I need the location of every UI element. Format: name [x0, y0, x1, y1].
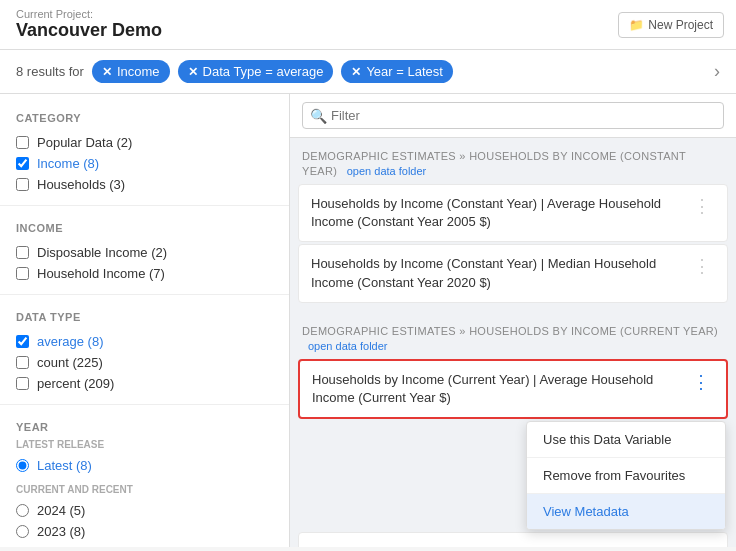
divider	[0, 294, 289, 295]
category-section-title: CATEGORY	[16, 112, 273, 124]
latest-radio[interactable]	[16, 459, 29, 472]
divider	[0, 205, 289, 206]
filter-bar: 🔍	[290, 94, 736, 138]
more-options-icon[interactable]: ⋮	[689, 255, 715, 277]
sidebar-item-percent[interactable]: percent (209)	[16, 373, 273, 394]
sidebar-item-average[interactable]: average (8)	[16, 331, 273, 352]
section-header-constant: DEMOGRAPHIC ESTIMATES » HOUSEHOLDS BY IN…	[290, 138, 736, 182]
data-item-text: Households by Income (Constant Year) | M…	[311, 255, 689, 291]
sidebar-item-disposable-income[interactable]: Disposable Income (2)	[16, 242, 273, 263]
sidebar-item-2023[interactable]: 2023 (8)	[16, 521, 273, 542]
year-chip[interactable]: ✕ Year = Latest	[341, 60, 453, 83]
income-chip[interactable]: ✕ Income	[92, 60, 170, 83]
income-checkbox[interactable]	[16, 157, 29, 170]
percent-checkbox[interactable]	[16, 377, 29, 390]
latest-release-subtitle: LATEST RELEASE	[16, 439, 273, 450]
section-header-text: DEMOGRAPHIC ESTIMATES » HOUSEHOLDS BY IN…	[302, 325, 718, 337]
filter-input[interactable]	[302, 102, 724, 129]
datatype-chip[interactable]: ✕ Data Type = average	[178, 60, 334, 83]
context-menu-remove-favourites[interactable]: Remove from Favourites	[527, 458, 725, 494]
divider	[0, 404, 289, 405]
chip-x-icon: ✕	[351, 65, 361, 79]
data-item-1[interactable]: Households by Income (Constant Year) | A…	[298, 184, 728, 242]
open-data-folder-link[interactable]: open data folder	[308, 340, 388, 352]
current-project-label: Current Project:	[16, 8, 720, 20]
search-icon: 🔍	[310, 108, 327, 124]
count-checkbox[interactable]	[16, 356, 29, 369]
sidebar-section-year: YEAR LATEST RELEASE Latest (8) CURRENT A…	[0, 411, 289, 547]
more-options-icon[interactable]: ⋮	[688, 371, 714, 393]
search-bar: 8 results for ✕ Income ✕ Data Type = ave…	[0, 50, 736, 94]
data-item-4[interactable]: Households by Income (Current Year) | Me…	[298, 532, 728, 547]
new-project-button[interactable]: 📁 New Project	[618, 12, 724, 38]
sidebar-item-households[interactable]: Households (3)	[16, 174, 273, 195]
results-count: 8 results for	[16, 64, 84, 79]
year-2023-radio[interactable]	[16, 525, 29, 538]
sidebar-section-income: INCOME Disposable Income (2) Household I…	[0, 212, 289, 288]
sidebar-item-income[interactable]: Income (8)	[16, 153, 273, 174]
sidebar-section-datatype: DATA TYPE average (8) count (225) percen…	[0, 301, 289, 398]
folder-icon: 📁	[629, 18, 644, 32]
section-current-year: DEMOGRAPHIC ESTIMATES » HOUSEHOLDS BY IN…	[290, 313, 736, 547]
sidebar-item-popular-data[interactable]: Popular Data (2)	[16, 132, 273, 153]
sidebar-item-latest[interactable]: Latest (8)	[16, 455, 273, 476]
popular-data-checkbox[interactable]	[16, 136, 29, 149]
context-menu-use-variable[interactable]: Use this Data Variable	[527, 422, 725, 458]
sidebar-section-category: CATEGORY Popular Data (2) Income (8) Hou…	[0, 102, 289, 199]
context-menu: Use this Data Variable Remove from Favou…	[298, 421, 728, 530]
chip-x-icon: ✕	[188, 65, 198, 79]
year-section-title: YEAR	[16, 421, 273, 433]
income-section-title: INCOME	[16, 222, 273, 234]
household-income-checkbox[interactable]	[16, 267, 29, 280]
disposable-income-checkbox[interactable]	[16, 246, 29, 259]
context-menu-view-metadata[interactable]: View Metadata	[527, 494, 725, 529]
content-area: 🔍 DEMOGRAPHIC ESTIMATES » HOUSEHOLDS BY …	[290, 94, 736, 547]
data-item-text: Households by Income (Current Year) | Av…	[312, 371, 688, 407]
expand-button[interactable]: ›	[714, 61, 720, 82]
project-title: Vancouver Demo	[16, 20, 720, 41]
current-recent-subtitle: CURRENT AND RECENT	[16, 484, 273, 495]
section-header-current: DEMOGRAPHIC ESTIMATES » HOUSEHOLDS BY IN…	[290, 313, 736, 357]
average-checkbox[interactable]	[16, 335, 29, 348]
chip-x-icon: ✕	[102, 65, 112, 79]
sidebar: CATEGORY Popular Data (2) Income (8) Hou…	[0, 94, 290, 547]
more-options-icon[interactable]: ⋮	[689, 195, 715, 217]
open-data-folder-link[interactable]: open data folder	[347, 165, 427, 177]
year-2024-radio[interactable]	[16, 504, 29, 517]
section-constant-year: DEMOGRAPHIC ESTIMATES » HOUSEHOLDS BY IN…	[290, 138, 736, 303]
data-item-text: Households by Income (Constant Year) | A…	[311, 195, 689, 231]
data-item-text: Households by Income (Current Year) | Me…	[311, 543, 689, 547]
data-item-highlighted[interactable]: Households by Income (Current Year) | Av…	[298, 359, 728, 419]
more-options-icon[interactable]: ⋮	[689, 543, 715, 547]
sidebar-item-household-income[interactable]: Household Income (7)	[16, 263, 273, 284]
sidebar-item-2024[interactable]: 2024 (5)	[16, 500, 273, 521]
households-checkbox[interactable]	[16, 178, 29, 191]
sidebar-item-count[interactable]: count (225)	[16, 352, 273, 373]
datatype-section-title: DATA TYPE	[16, 311, 273, 323]
data-item-2[interactable]: Households by Income (Constant Year) | M…	[298, 244, 728, 302]
